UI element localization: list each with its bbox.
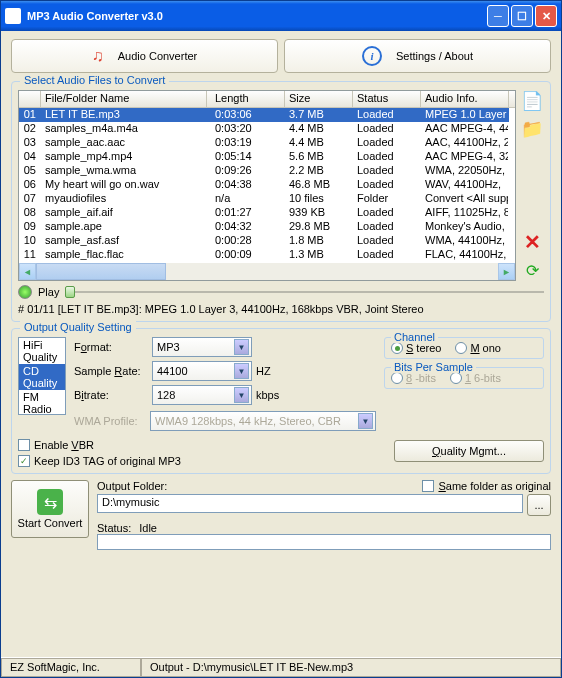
browse-folder-button[interactable]: ... <box>527 494 551 516</box>
wma-combo: WMA9 128kbps, 44 kHz, Stereo, CBR▼ <box>150 411 376 431</box>
start-convert-button[interactable]: ⇆ Start Convert <box>11 480 89 538</box>
bitrate-combo[interactable]: 128▼ <box>152 385 252 405</box>
table-row[interactable]: 07myaudiofilesn/a10 filesFolderConvert <… <box>19 192 515 206</box>
play-icon[interactable] <box>18 285 32 299</box>
file-info-status: # 01/11 [LET IT BE.mp3]: MPEG 1.0 Layer … <box>18 303 544 315</box>
minimize-button[interactable]: ─ <box>487 5 509 27</box>
stereo-radio[interactable]: Stereo <box>391 342 441 354</box>
table-row[interactable]: 11sample_flac.flac0:00:091.3 MBLoadedFLA… <box>19 248 515 262</box>
output-path-cell: Output - D:\mymusic\LET IT BE-New.mp3 <box>141 658 561 677</box>
progress-bar <box>97 534 551 550</box>
file-grid[interactable]: File/Folder Name Length Size Status Audi… <box>18 90 516 281</box>
table-row[interactable]: 05sample_wma.wma0:09:262.2 MBLoadedWMA, … <box>19 164 515 178</box>
output-folder-input[interactable]: D:\mymusic <box>97 494 523 513</box>
preset-item[interactable]: FM Radio Quality <box>19 390 65 415</box>
h-scrollbar[interactable]: ◄ ► <box>19 263 515 280</box>
bps-group: Bits Per Sample 8-bits 16-bits <box>384 367 544 389</box>
scroll-thumb[interactable] <box>36 263 166 280</box>
maximize-button[interactable]: ☐ <box>511 5 533 27</box>
samplerate-label: Sample Rate: <box>74 365 148 377</box>
enable-vbr-checkbox[interactable]: Enable VBR <box>18 439 394 451</box>
titlebar: MP3 Audio Converter v3.0 ─ ☐ ✕ <box>1 1 561 31</box>
files-group-title: Select Audio Files to Convert <box>20 74 169 86</box>
play-slider[interactable] <box>65 291 544 293</box>
remove-button[interactable]: ✕ <box>521 231 543 253</box>
16bit-radio: 16-bits <box>450 372 501 384</box>
info-icon: i <box>362 46 382 66</box>
samplerate-combo[interactable]: 44100▼ <box>152 361 252 381</box>
files-group: Select Audio Files to Convert File/Folde… <box>11 81 551 322</box>
add-folder-button[interactable]: 📁 <box>521 118 543 140</box>
scroll-left-button[interactable]: ◄ <box>19 263 36 280</box>
app-window: MP3 Audio Converter v3.0 ─ ☐ ✕ ♫ Audio C… <box>0 0 562 678</box>
add-file-button[interactable]: 📄 <box>521 90 543 112</box>
preset-item[interactable]: CD Quality <box>19 364 65 390</box>
table-row[interactable]: 08sample_aif.aif0:01:27939 KBLoadedAIFF,… <box>19 206 515 220</box>
quality-group: Output Quality Setting HiFi QualityCD Qu… <box>11 328 551 474</box>
grid-header: File/Folder Name Length Size Status Audi… <box>19 91 515 108</box>
table-row[interactable]: 02samples_m4a.m4a0:03:204.4 MBLoadedAAC … <box>19 122 515 136</box>
bitrate-label: Bitrate: <box>74 389 148 401</box>
app-icon <box>5 8 21 24</box>
8bit-radio: 8-bits <box>391 372 436 384</box>
preset-item[interactable]: HiFi Quality <box>19 338 65 364</box>
settings-about-button[interactable]: i Settings / About <box>284 39 551 73</box>
channel-group: Channel Stereo Mono <box>384 337 544 359</box>
table-row[interactable]: 01LET IT BE.mp30:03:063.7 MBLoadedMPEG 1… <box>19 108 515 122</box>
table-row[interactable]: 06My heart will go on.wav0:04:3846.8 MBL… <box>19 178 515 192</box>
table-row[interactable]: 03sample_aac.aac0:03:194.4 MBLoadedAAC, … <box>19 136 515 150</box>
format-combo[interactable]: MP3▼ <box>152 337 252 357</box>
quality-mgmt-button[interactable]: Quality Mgmt... <box>394 440 544 462</box>
refresh-button[interactable]: ⟳ <box>521 259 543 281</box>
same-folder-checkbox[interactable]: Same folder as original <box>422 480 551 492</box>
mono-radio[interactable]: Mono <box>455 342 501 354</box>
statusbar: EZ SoftMagic, Inc. Output - D:\mymusic\L… <box>1 657 561 677</box>
table-row[interactable]: 09sample.ape0:04:3229.8 MBLoadedMonkey's… <box>19 220 515 234</box>
window-title: MP3 Audio Converter v3.0 <box>27 10 487 22</box>
table-row[interactable]: 10sample_asf.asf0:00:281.8 MBLoadedWMA, … <box>19 234 515 248</box>
scroll-right-button[interactable]: ► <box>498 263 515 280</box>
play-label: Play <box>38 286 59 298</box>
audio-converter-button[interactable]: ♫ Audio Converter <box>11 39 278 73</box>
close-button[interactable]: ✕ <box>535 5 557 27</box>
quality-group-title: Output Quality Setting <box>20 321 136 333</box>
table-row[interactable]: 04sample_mp4.mp40:05:145.6 MBLoadedAAC M… <box>19 150 515 164</box>
status-value: Idle <box>139 522 157 534</box>
settings-about-label: Settings / About <box>396 50 473 62</box>
wma-label: WMA Profile: <box>74 415 144 427</box>
keep-id3-checkbox[interactable]: ✓Keep ID3 TAG of original MP3 <box>18 455 394 467</box>
audio-converter-label: Audio Converter <box>118 50 198 62</box>
output-folder-label: Output Folder: <box>97 480 181 492</box>
format-label: Format: <box>74 341 148 353</box>
company-cell: EZ SoftMagic, Inc. <box>1 658 141 677</box>
music-icon: ♫ <box>92 47 104 65</box>
convert-icon: ⇆ <box>37 489 63 515</box>
status-label: Status: <box>97 522 131 534</box>
preset-list[interactable]: HiFi QualityCD QualityFM Radio QualityAM… <box>18 337 66 415</box>
